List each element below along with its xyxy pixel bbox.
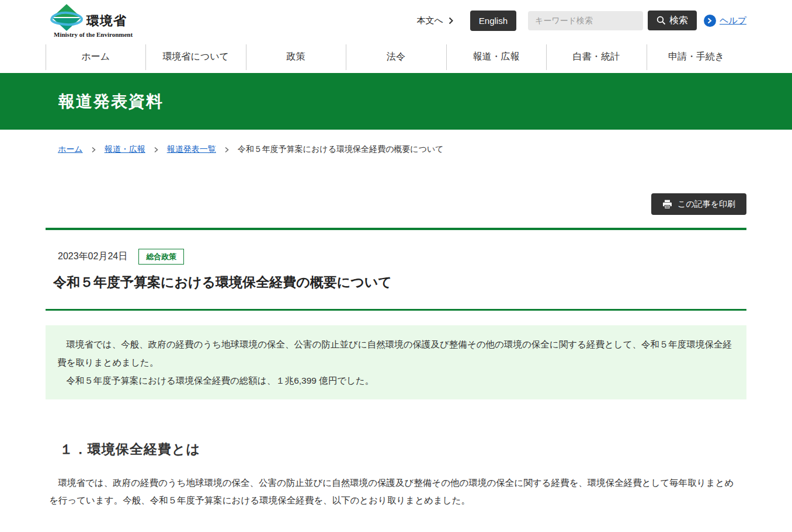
search-input[interactable] xyxy=(528,11,643,30)
help-circle-chevron-icon xyxy=(704,15,716,27)
green-divider-bottom xyxy=(46,309,746,311)
summary-row: 環境省では、今般、政府の経費のうち地球環境の保全、公害の防止並びに自然環境の保護… xyxy=(0,325,792,399)
page-title: 報道発表資料 xyxy=(58,91,164,113)
breadcrumb-press-link[interactable]: 報道・広報 xyxy=(105,144,145,155)
english-button[interactable]: English xyxy=(470,11,516,31)
search-button-label: 検索 xyxy=(669,15,688,27)
section-1-body: 環境省では、政府の経費のうち地球環境の保全、公害の防止並びに自然環境の保護及び整… xyxy=(46,474,746,509)
search-icon xyxy=(656,16,666,25)
breadcrumb-separator-icon xyxy=(225,147,229,153)
ministry-logo[interactable]: 環境省 Ministry of the Environment xyxy=(50,3,133,38)
section-1-heading: １．環境保全経費とは xyxy=(46,440,746,458)
print-row: この記事を印刷 xyxy=(0,193,792,215)
section-1-body-row: 環境省では、政府の経費のうち地球環境の保全、公害の防止並びに自然環境の保護及び整… xyxy=(0,474,792,509)
chevron-right-icon xyxy=(449,17,453,25)
page-banner: 報道発表資料 xyxy=(0,73,792,130)
logo-title: 環境省 xyxy=(86,12,133,30)
help-link[interactable]: ヘルプ xyxy=(704,15,746,27)
section-1-heading-row: １．環境保全経費とは xyxy=(0,440,792,458)
nav-item-press[interactable]: 報道・広報 xyxy=(446,41,546,73)
breadcrumb-press-list-link[interactable]: 報道発表一覧 xyxy=(167,144,216,155)
print-button-label: この記事を印刷 xyxy=(678,199,735,210)
moe-logo-icon xyxy=(50,3,83,33)
search-button[interactable]: 検索 xyxy=(648,11,697,30)
summary-box: 環境省では、今般、政府の経費のうち地球環境の保全、公害の防止並びに自然環境の保護… xyxy=(46,325,746,399)
skip-to-content-link[interactable]: 本文へ xyxy=(417,15,453,26)
top-bar: 環境省 Ministry of the Environment 本文へ Engl… xyxy=(0,0,792,41)
nav-item-home[interactable]: ホーム xyxy=(46,41,145,73)
skip-link-label: 本文へ xyxy=(417,15,443,26)
print-article-button[interactable]: この記事を印刷 xyxy=(651,193,746,215)
article-meta: 2023年02月24日 総合政策 xyxy=(0,249,792,265)
summary-paragraph-2: 令和５年度予算案における環境保全経費の総額は、１兆6,399 億円でした。 xyxy=(57,371,735,390)
summary-paragraph-1: 環境省では、今般、政府の経費のうち地球環境の保全、公害の防止並びに自然環境の保護… xyxy=(57,335,735,371)
green-divider-top xyxy=(46,228,746,230)
nav-item-laws[interactable]: 法令 xyxy=(346,41,446,73)
article-date: 2023年02月24日 xyxy=(58,251,127,263)
nav-item-whitepaper[interactable]: 白書・統計 xyxy=(546,41,646,73)
logo-subtitle: Ministry of the Environment xyxy=(54,31,133,38)
article-title: 令和５年度予算案における環境保全経費の概要について xyxy=(46,273,746,291)
help-link-label: ヘルプ xyxy=(720,15,746,26)
breadcrumb-current-page: 令和５年度予算案における環境保全経費の概要について xyxy=(238,144,444,155)
breadcrumb-home-link[interactable]: ホーム xyxy=(58,144,83,155)
breadcrumb-separator-icon xyxy=(92,147,96,153)
article-title-row: 令和５年度予算案における環境保全経費の概要について xyxy=(0,273,792,291)
breadcrumb-separator-icon xyxy=(154,147,158,153)
nav-item-policy[interactable]: 政策 xyxy=(246,41,346,73)
category-badge[interactable]: 総合政策 xyxy=(138,249,184,265)
breadcrumb: ホーム 報道・広報 報道発表一覧 令和５年度予算案における環境保全経費の概要につ… xyxy=(0,144,792,155)
printer-icon xyxy=(662,200,672,209)
nav-item-about[interactable]: 環境省について xyxy=(145,41,245,73)
nav-item-procedures[interactable]: 申請・手続き xyxy=(647,41,746,73)
global-nav: ホーム 環境省について 政策 法令 報道・広報 白書・統計 申請・手続き xyxy=(0,41,792,73)
